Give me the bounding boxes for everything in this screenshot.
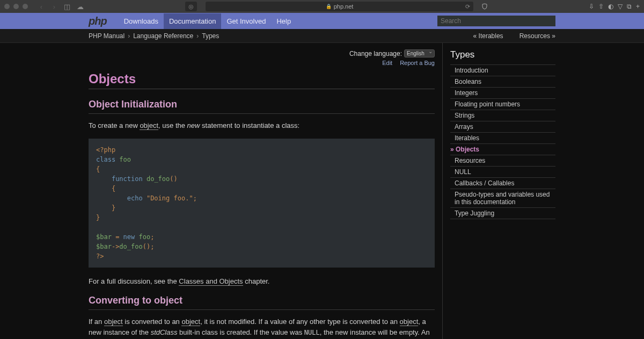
- cloud-icon[interactable]: ☁: [75, 2, 85, 11]
- sidebar-item-resources[interactable]: Resources: [450, 155, 555, 166]
- page-title: Objects: [89, 71, 435, 86]
- bc-sep-icon: ›: [196, 32, 199, 40]
- back-button[interactable]: ‹: [36, 2, 46, 11]
- sidebar-item-arrays[interactable]: Arrays: [450, 121, 555, 132]
- toolbar-right: ⇩ ⇧ ◐ ▽ ⧉ +: [589, 3, 640, 10]
- sidebar-types-list: Introduction Booleans Integers Floating …: [450, 64, 555, 219]
- section1-para2: For a full discussion, see the Classes a…: [89, 276, 435, 287]
- sidebar-item-type-juggling[interactable]: Type Juggling: [450, 207, 555, 219]
- object-link[interactable]: object: [104, 318, 123, 326]
- section2-para: If an object is converted to an object, …: [89, 316, 435, 339]
- sidebar-item-integers[interactable]: Integers: [450, 87, 555, 98]
- sidebar-title: Types: [450, 49, 555, 60]
- title-divider: [89, 89, 435, 89]
- address-bar[interactable]: 🔒 php.net ⟳: [206, 2, 473, 11]
- download-icon[interactable]: ⇩: [589, 3, 594, 10]
- share-icon[interactable]: ⇧: [598, 3, 604, 10]
- main-content: Change language: English Edit Report a B…: [89, 43, 443, 339]
- php-logo[interactable]: php: [89, 15, 107, 27]
- compass-icon[interactable]: ◐: [608, 3, 613, 10]
- shield-icon[interactable]: [481, 3, 488, 10]
- code-example-1: <?php class foo { function do_foo() { ec…: [89, 139, 435, 268]
- bc-langref[interactable]: Language Reference: [133, 32, 193, 40]
- section1-para1: To create a new object, use the new stat…: [89, 120, 435, 131]
- sidebar-toggle-icon[interactable]: ◫: [62, 2, 72, 11]
- bc-manual[interactable]: PHP Manual: [89, 32, 125, 40]
- nav-downloads[interactable]: Downloads: [119, 13, 164, 29]
- forward-button[interactable]: ›: [49, 2, 59, 11]
- sidebar-item-pseudo[interactable]: Pseudo-types and variables used in this …: [450, 189, 555, 207]
- breadcrumb: PHP Manual › Language Reference › Types …: [0, 29, 644, 43]
- nav-documentation[interactable]: Documentation: [164, 13, 221, 29]
- object-link[interactable]: object: [400, 318, 419, 326]
- sidebar-item-strings[interactable]: Strings: [450, 110, 555, 121]
- sidebar-item-booleans[interactable]: Booleans: [450, 76, 555, 87]
- section-object-init: Object Initialization: [89, 99, 435, 110]
- browser-toolbar: ‹ › ◫ ☁ ◎ 🔒 php.net ⟳ ⇩ ⇧ ◐ ▽ ⧉ +: [0, 0, 644, 13]
- sidebar-item-objects[interactable]: Objects: [450, 143, 555, 155]
- reload-icon[interactable]: ⟳: [465, 3, 470, 10]
- reader-icon[interactable]: ◎: [185, 2, 197, 11]
- sidebar-item-introduction[interactable]: Introduction: [450, 64, 555, 76]
- minimize-icon[interactable]: [13, 4, 19, 9]
- sidebar-item-callbacks[interactable]: Callbacks / Callables: [450, 177, 555, 189]
- maximize-icon[interactable]: [23, 4, 28, 9]
- section-divider: [89, 113, 435, 114]
- classes-objects-link[interactable]: Classes and Objects: [179, 277, 243, 286]
- url-host: php.net: [334, 3, 354, 10]
- window-controls[interactable]: [4, 4, 28, 9]
- bc-types[interactable]: Types: [202, 32, 219, 40]
- sidebar-item-floats[interactable]: Floating point numbers: [450, 98, 555, 110]
- edit-link[interactable]: Edit: [382, 60, 392, 66]
- lock-icon: 🔒: [326, 4, 332, 9]
- nav-help[interactable]: Help: [271, 13, 296, 29]
- search-input[interactable]: [437, 16, 555, 26]
- sidebar-item-null[interactable]: NULL: [450, 166, 555, 177]
- section-converting: Converting to object: [89, 295, 435, 306]
- site-header: php Downloads Documentation Get Involved…: [0, 13, 644, 29]
- next-link[interactable]: Resources »: [519, 32, 555, 40]
- close-icon[interactable]: [4, 4, 10, 9]
- bookmark-icon[interactable]: ▽: [618, 3, 623, 10]
- object-link[interactable]: object: [181, 318, 200, 326]
- section-divider: [89, 309, 435, 310]
- tabs-icon[interactable]: ⧉: [627, 3, 632, 10]
- add-tab-icon[interactable]: +: [636, 3, 640, 10]
- object-link[interactable]: object: [140, 121, 158, 130]
- bc-sep-icon: ›: [128, 32, 130, 40]
- report-bug-link[interactable]: Report a Bug: [400, 60, 435, 66]
- prev-link[interactable]: « Iterables: [473, 32, 503, 40]
- sidebar-item-iterables[interactable]: Iterables: [450, 132, 555, 143]
- language-select[interactable]: English: [404, 49, 435, 57]
- change-language-label: Change language:: [349, 50, 402, 57]
- sidebar: Types Introduction Booleans Integers Flo…: [443, 43, 555, 339]
- nav-get-involved[interactable]: Get Involved: [221, 13, 271, 29]
